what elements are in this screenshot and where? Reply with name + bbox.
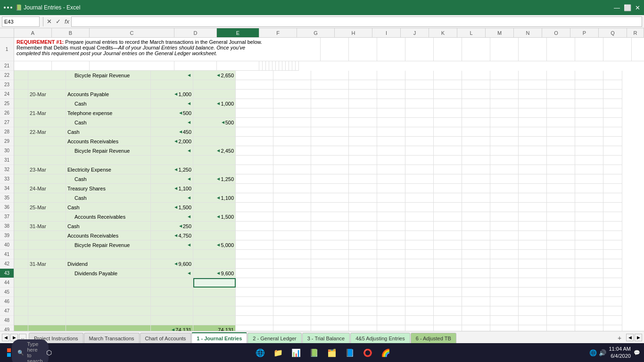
cell[interactable] [14,137,28,146]
cell[interactable] [349,127,377,137]
cell[interactable] [575,325,603,331]
cell[interactable] [193,297,236,306]
cell[interactable] [28,118,66,127]
cell[interactable] [490,108,519,118]
cell[interactable] [14,250,28,259]
cell[interactable] [575,174,603,184]
cell[interactable] [519,231,547,240]
cell[interactable] [236,99,273,108]
powerpoint-icon[interactable]: 📊 [289,345,304,360]
cell[interactable] [575,269,603,278]
tab-adjusted-tb[interactable]: 6 - Adjusted TB [411,333,456,343]
cell[interactable] [311,278,349,288]
cell[interactable]: Electricity Expense [66,165,151,174]
cell[interactable] [377,174,405,184]
cell[interactable] [14,278,28,288]
cell[interactable] [405,38,434,61]
tab-trial-balance[interactable]: 3 - Trial Balance [302,333,350,343]
cell[interactable] [66,156,151,165]
col-header-l[interactable]: L [457,28,486,37]
cell[interactable] [377,306,405,316]
cell[interactable] [14,80,28,90]
cell[interactable] [519,118,547,127]
cell[interactable] [603,165,622,174]
cell[interactable] [603,297,622,306]
cell[interactable] [547,184,575,193]
cell[interactable] [311,212,349,222]
cell[interactable] [547,250,575,259]
cell[interactable] [273,156,311,165]
cell[interactable] [603,80,622,90]
cell[interactable]: Dividend [66,259,151,269]
cell[interactable] [14,165,28,174]
cell[interactable] [273,231,311,240]
formula-input[interactable] [71,16,642,27]
cell[interactable] [462,184,490,193]
cell[interactable] [575,38,603,61]
cell[interactable] [311,193,349,203]
cell[interactable] [575,90,603,99]
task-view-button[interactable]: ⬡ [41,345,57,360]
cell[interactable] [377,259,405,269]
cell[interactable] [434,259,462,269]
cell[interactable]: ◀250 [151,222,193,231]
cell[interactable] [349,212,377,222]
cell[interactable] [377,118,405,127]
cell[interactable] [462,316,490,325]
cell[interactable] [14,222,28,231]
cell[interactable] [434,174,462,184]
cell[interactable] [547,240,575,250]
cell[interactable] [434,222,462,231]
cell[interactable] [603,250,622,259]
cell[interactable] [490,71,519,80]
cell[interactable] [434,80,462,90]
cell[interactable] [14,203,28,212]
cell[interactable] [28,297,66,306]
cell[interactable] [14,174,28,184]
col-header-q[interactable]: Q [599,28,627,37]
cell[interactable] [575,316,603,325]
cell[interactable]: Bicycle Repair Revenue [66,71,151,80]
cell[interactable]: Bicycle Repair Revenue [66,146,151,156]
cell[interactable] [377,165,405,174]
cell[interactable] [193,306,236,316]
cell[interactable] [603,156,622,165]
cell[interactable]: 31-Mar [28,259,66,269]
add-sheet-button[interactable]: + [615,333,624,343]
cell[interactable] [547,306,575,316]
cell[interactable] [273,212,311,222]
cell[interactable]: ◀ [151,240,193,250]
cell[interactable] [151,80,193,90]
cell[interactable]: 22-Mar [28,127,66,137]
cell[interactable] [236,231,273,240]
cell[interactable] [519,316,547,325]
cell[interactable] [311,306,349,316]
cell[interactable] [462,71,490,80]
cell[interactable] [603,278,622,288]
cell[interactable] [28,240,66,250]
cell[interactable] [14,108,28,118]
cell[interactable] [490,231,519,240]
cell[interactable] [28,325,66,331]
cell[interactable]: ◀ [151,174,193,184]
cell[interactable] [193,316,236,325]
cell[interactable]: ◀1,250 [151,165,193,174]
col-header-d[interactable]: D [174,28,217,37]
cell[interactable] [236,71,273,80]
cell[interactable] [405,288,434,297]
cell[interactable] [349,108,377,118]
scroll-right-btn[interactable]: ▶ [635,334,642,341]
cell[interactable] [377,146,405,156]
cell[interactable]: 20-Mar [28,90,66,99]
cell[interactable]: Cash [66,203,151,212]
cell[interactable] [236,222,273,231]
cell[interactable] [547,193,575,203]
cell[interactable] [547,222,575,231]
cell[interactable] [434,231,462,240]
cell[interactable] [28,156,66,165]
cell[interactable] [405,278,434,288]
cell[interactable] [547,231,575,240]
cell[interactable]: Cash [66,118,151,127]
cell[interactable] [377,184,405,193]
cell[interactable]: ◀1,250 [193,174,236,184]
